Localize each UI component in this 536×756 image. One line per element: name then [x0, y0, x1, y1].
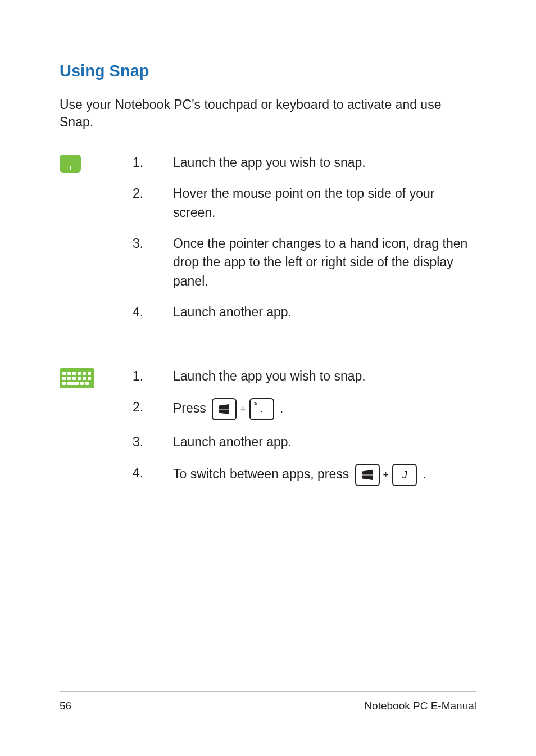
list-item: Press +>. .	[133, 398, 476, 420]
svg-marker-1	[224, 404, 229, 409]
touchpad-section: Launch the app you wish to snap. Hover t…	[60, 153, 476, 334]
key-combo: +>.	[210, 401, 280, 415]
step-text: Hover the mouse point on the top side of…	[173, 184, 476, 222]
svg-marker-3	[224, 409, 229, 414]
key-superscript: >	[254, 400, 257, 409]
step-suffix: .	[423, 467, 426, 481]
step-prefix: To switch between apps, press	[173, 467, 353, 481]
intro-text: Use your Notebook PC's touchpad or keybo…	[60, 96, 476, 131]
svg-marker-5	[367, 470, 373, 475]
svg-marker-2	[219, 409, 224, 413]
step-suffix: .	[280, 401, 283, 415]
icon-column	[60, 153, 133, 173]
steps-column: Launch the app you wish to snap. Hover t…	[133, 153, 476, 334]
page-number: 56	[60, 700, 71, 712]
period-key: >.	[249, 398, 274, 420]
list-item: Launch the app you wish to snap.	[133, 153, 476, 172]
keyboard-section: Launch the app you wish to snap. Press +…	[60, 367, 476, 499]
step-text: To switch between apps, press +J .	[173, 464, 476, 486]
list-item: Launch the app you wish to snap.	[133, 367, 476, 386]
list-item: Launch another app.	[133, 433, 476, 451]
svg-marker-4	[362, 470, 367, 474]
plus-icon: +	[240, 402, 246, 417]
list-item: Hover the mouse point on the top side of…	[133, 184, 476, 222]
list-item: Launch another app.	[133, 303, 476, 322]
svg-marker-6	[362, 476, 367, 479]
step-text: Launch the app you wish to snap.	[173, 367, 476, 386]
windows-key-icon	[212, 398, 237, 420]
section-heading: Using Snap	[60, 62, 476, 80]
step-text: Press +>. .	[173, 398, 476, 420]
step-text: Once the pointer changes to a hand icon,…	[173, 234, 476, 291]
svg-marker-7	[367, 476, 373, 481]
j-key: J	[392, 464, 417, 486]
steps-column: Launch the app you wish to snap. Press +…	[133, 367, 476, 499]
svg-marker-0	[219, 405, 224, 409]
keyboard-steps-list: Launch the app you wish to snap. Press +…	[133, 367, 476, 487]
step-text: Launch the app you wish to snap.	[173, 153, 476, 172]
page-footer: 56 Notebook PC E-Manual	[60, 691, 476, 712]
windows-key-icon	[355, 464, 380, 486]
touchpad-steps-list: Launch the app you wish to snap. Hover t…	[133, 153, 476, 322]
step-text: Launch another app.	[173, 303, 476, 322]
list-item: To switch between apps, press +J .	[133, 464, 476, 486]
step-prefix: Press	[173, 401, 210, 415]
key-combo: +J	[353, 467, 423, 481]
touchpad-icon	[60, 155, 81, 173]
icon-column	[60, 367, 133, 388]
list-item: Once the pointer changes to a hand icon,…	[133, 234, 476, 291]
manual-page: Using Snap Use your Notebook PC's touchp…	[0, 0, 536, 756]
manual-title: Notebook PC E-Manual	[364, 700, 476, 712]
step-text: Launch another app.	[173, 433, 476, 451]
key-label: .	[260, 402, 262, 415]
keyboard-icon	[60, 368, 94, 388]
plus-icon: +	[383, 468, 389, 482]
